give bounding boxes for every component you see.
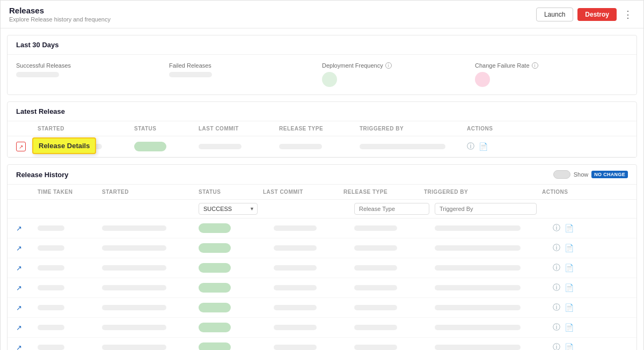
row-history-icon[interactable]: ⓘ: [553, 223, 560, 233]
row-link-cell: ↗: [16, 344, 38, 351]
release-type-filter-input[interactable]: [354, 203, 429, 215]
latest-release-icon-cell: ↗ Release Details: [16, 142, 38, 151]
col-header-release-type: RELEASE TYPE: [279, 126, 360, 132]
row-action-icons: ⓘ 📄: [553, 303, 628, 312]
row-last-commit: [274, 305, 354, 310]
destroy-button[interactable]: Destroy: [577, 8, 617, 21]
row-history-icon[interactable]: ⓘ: [553, 303, 560, 312]
no-change-toggle[interactable]: [553, 170, 570, 179]
last-30-days-header: Last 30 Days: [8, 35, 636, 55]
row-history-icon[interactable]: ⓘ: [553, 263, 560, 273]
latest-actions-cell: ⓘ 📄: [467, 142, 628, 151]
filter-release-type-cell: [354, 203, 435, 215]
filter-row: SUCCESS FAILED ALL ▼: [8, 200, 636, 218]
row-detail-icon[interactable]: ↗: [16, 304, 22, 312]
col-header-started: STARTED: [38, 126, 134, 132]
triggered-by-filter-input[interactable]: [435, 203, 537, 215]
row-log-icon[interactable]: 📄: [565, 224, 574, 232]
row-link-cell: ↗: [16, 304, 38, 312]
release-history-title: Release History: [16, 171, 69, 179]
row-triggered-by: [435, 325, 553, 330]
row-detail-icon[interactable]: ↗: [16, 324, 22, 332]
row-log-icon[interactable]: 📄: [565, 323, 574, 332]
row-actions: ⓘ 📄: [553, 283, 628, 293]
last-30-days-section: Last 30 Days Successful Releases Failed …: [7, 35, 637, 95]
hcol-status: STATUS: [199, 189, 263, 195]
history-controls: Release History Show NO CHANGE: [8, 165, 636, 185]
release-detail-link-icon[interactable]: ↗: [16, 142, 26, 151]
no-change-badge: NO CHANGE: [591, 171, 628, 178]
row-detail-icon[interactable]: ↗: [16, 244, 22, 252]
status-filter-select[interactable]: SUCCESS FAILED ALL: [199, 203, 258, 215]
row-log-icon[interactable]: 📄: [565, 244, 574, 252]
row-history-icon[interactable]: ⓘ: [553, 283, 560, 293]
page-subtitle: Explore Release history and frequency: [9, 16, 111, 23]
row-log-icon[interactable]: 📄: [565, 303, 574, 312]
row-link-cell: ↗: [16, 284, 38, 292]
stat-successful-releases: Successful Releases: [16, 62, 169, 87]
row-started: [102, 325, 199, 330]
latest-history-icon[interactable]: ⓘ: [467, 142, 474, 151]
row-log-icon[interactable]: 📄: [565, 343, 574, 350]
history-table-row: ↗ ⓘ 📄: [8, 298, 636, 318]
stat-label-failed: Failed Releases: [169, 62, 322, 69]
hcol-started: STARTED: [102, 189, 199, 195]
change-failure-value: [475, 72, 490, 87]
row-action-icons: ⓘ 📄: [553, 243, 628, 253]
latest-log-icon[interactable]: 📄: [479, 142, 488, 151]
stat-deployment-frequency: Deployment Frequency i: [322, 62, 475, 87]
row-last-commit: [274, 285, 354, 290]
latest-release-row: ↗ Release Details ⓘ 📄: [8, 136, 636, 157]
row-link-cell: ↗: [16, 324, 38, 332]
row-triggered-by: [435, 245, 553, 251]
row-action-icons: ⓘ 📄: [553, 283, 628, 293]
row-detail-icon[interactable]: ↗: [16, 284, 22, 292]
row-triggered-by: [435, 305, 553, 310]
row-started: [102, 305, 199, 310]
stats-row: Successful Releases Failed Releases Depl…: [8, 55, 636, 94]
row-release-type: [354, 245, 435, 251]
filter-status-cell: SUCCESS FAILED ALL ▼: [199, 203, 274, 215]
row-history-icon[interactable]: ⓘ: [553, 323, 560, 332]
row-time-taken: [38, 305, 102, 310]
history-table-row: ↗ ⓘ 📄: [8, 258, 636, 278]
row-history-icon[interactable]: ⓘ: [553, 243, 560, 253]
row-release-type: [354, 305, 435, 310]
hcol-actions: ACTIONS: [542, 189, 628, 195]
row-link-cell: ↗: [16, 224, 38, 232]
row-release-type: [354, 285, 435, 290]
col-header-icon: [16, 126, 38, 132]
stat-failed-releases: Failed Releases: [169, 62, 322, 87]
release-history-section: Release History Show NO CHANGE TIME TAKE…: [7, 164, 637, 350]
row-history-icon[interactable]: ⓘ: [553, 342, 560, 350]
stat-label-change-failure: Change Failure Rate i: [475, 62, 628, 69]
row-detail-icon[interactable]: ↗: [16, 224, 22, 232]
more-options-button[interactable]: ⋮: [621, 8, 635, 21]
history-rows-container: ↗ ⓘ 📄 ↗ ⓘ 📄 ↗: [8, 218, 636, 350]
row-started: [102, 225, 199, 231]
toggle-wrapper: Show NO CHANGE: [553, 170, 628, 179]
history-table-row: ↗ ⓘ 📄: [8, 278, 636, 298]
row-actions: ⓘ 📄: [553, 342, 628, 350]
deploy-freq-info-icon[interactable]: i: [385, 62, 392, 69]
row-action-icons: ⓘ 📄: [553, 342, 628, 350]
row-triggered-by: [435, 285, 553, 290]
launch-button[interactable]: Launch: [536, 8, 573, 21]
row-log-icon[interactable]: 📄: [565, 264, 574, 272]
row-triggered-by: [435, 225, 553, 231]
row-log-icon[interactable]: 📄: [565, 283, 574, 292]
change-failure-info-icon[interactable]: i: [532, 62, 538, 69]
row-detail-icon[interactable]: ↗: [16, 264, 22, 272]
row-status: [199, 243, 274, 253]
row-actions: ⓘ 📄: [553, 243, 628, 253]
latest-release-column-headers: STARTED STATUS LAST COMMIT RELEASE TYPE …: [8, 121, 636, 136]
row-actions: ⓘ 📄: [553, 323, 628, 332]
latest-release-section: Latest Release STARTED STATUS LAST COMMI…: [7, 101, 637, 158]
row-detail-icon[interactable]: ↗: [16, 344, 22, 351]
col-header-triggered-by: TRIGGERED BY: [360, 126, 467, 132]
col-header-actions: ACTIONS: [467, 126, 628, 132]
row-time-taken: [38, 285, 102, 290]
row-release-type: [354, 325, 435, 330]
row-actions: ⓘ 📄: [553, 263, 628, 273]
row-status: [199, 303, 274, 312]
